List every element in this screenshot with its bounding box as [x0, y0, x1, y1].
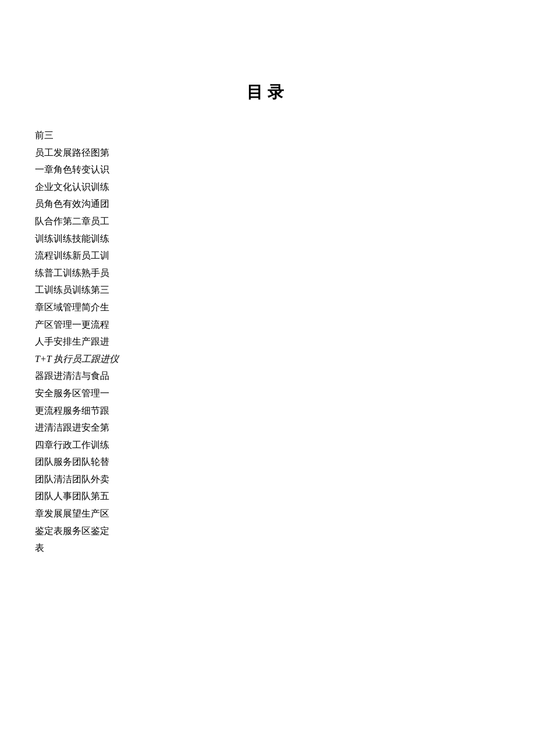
toc-line: 进清洁跟进安全第 — [35, 419, 500, 436]
toc-lines: 前三员工发展路径图第一章角色转变认识企业文化认识训练员角色有效沟通团队合作第二章… — [35, 127, 500, 557]
toc-line: 一章角色转变认识 — [35, 161, 500, 178]
toc-line: 练普工训练熟手员 — [35, 264, 500, 282]
toc-line: 团队清洁团队外卖 — [35, 471, 500, 488]
toc-line: 团队人事团队第五 — [35, 488, 500, 505]
toc-line: 人手安排生产跟进 — [35, 333, 500, 350]
toc-line: 企业文化认识训练 — [35, 178, 500, 196]
title-section: 目录 — [35, 81, 500, 103]
toc-line: 章区域管理简介生 — [35, 299, 500, 316]
toc-line: 训练训练技能训练 — [35, 230, 500, 248]
toc-line: 员角色有效沟通团 — [35, 195, 500, 213]
toc-line: 队合作第二章员工 — [35, 213, 500, 230]
toc-line: 器跟进清洁与食品 — [35, 367, 500, 385]
toc-line: 员工发展路径图第 — [35, 144, 500, 162]
toc-content: 前三员工发展路径图第一章角色转变认识企业文化认识训练员角色有效沟通团队合作第二章… — [35, 127, 500, 557]
page: 目录 前三员工发展路径图第一章角色转变认识企业文化认识训练员角色有效沟通团队合作… — [0, 0, 535, 756]
toc-line: 前三 — [35, 127, 500, 144]
toc-line: 产区管理一更流程 — [35, 316, 500, 334]
page-title: 目录 — [35, 81, 500, 103]
toc-line: 更流程服务细节跟 — [35, 402, 500, 420]
toc-line: 鉴定表服务区鉴定 — [35, 522, 500, 540]
special-toc-text: T+T 执行员工跟进仪 — [35, 354, 119, 364]
toc-line: 工训练员训练第三 — [35, 281, 500, 299]
toc-line: 流程训练新员工训 — [35, 247, 500, 264]
toc-line: 表 — [35, 539, 500, 557]
toc-line: 安全服务区管理一 — [35, 385, 500, 402]
toc-line: 团队服务团队轮替 — [35, 453, 500, 471]
toc-line: 章发展展望生产区 — [35, 505, 500, 522]
toc-line: 四章行政工作训练 — [35, 436, 500, 454]
toc-line: T+T 执行员工跟进仪 — [35, 350, 500, 368]
